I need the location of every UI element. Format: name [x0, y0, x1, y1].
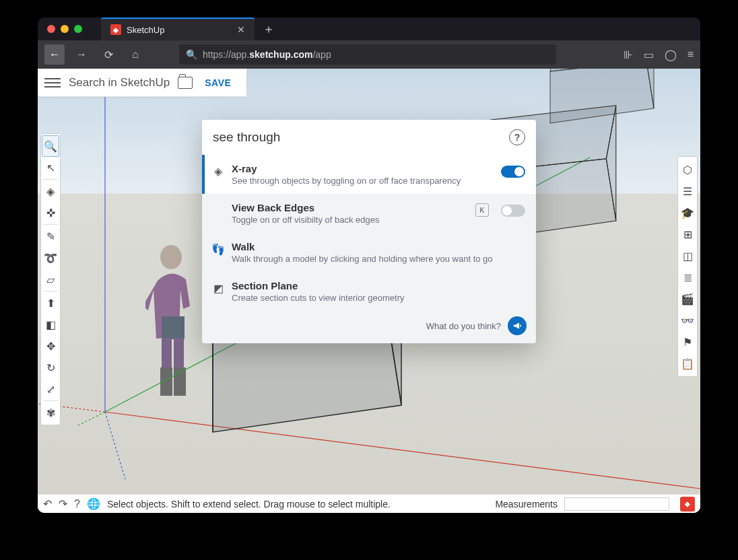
search-result-walk[interactable]: 👣 Walk Walk through a model by clicking …	[202, 233, 536, 272]
url-bar[interactable]: 🔍 https://app.sketchup.com/app	[179, 44, 556, 65]
panel-warn-button[interactable]: ⚑	[679, 333, 696, 351]
scale-tool-button[interactable]: ⤢	[42, 378, 59, 400]
result-title: Walk	[232, 241, 525, 252]
browser-toolbar: ← → ⟳ ⌂ 🔍 https://app.sketchup.com/app ⊪…	[38, 40, 700, 69]
menu-icon[interactable]: ≡	[687, 48, 694, 61]
folder-icon[interactable]	[178, 77, 193, 89]
home-button[interactable]: ⌂	[125, 44, 145, 65]
xray-toggle[interactable]	[501, 166, 525, 178]
arc-tool-button[interactable]: ➰	[42, 247, 59, 269]
svg-rect-24	[162, 338, 172, 370]
result-desc: Create section cuts to view interior geo…	[232, 293, 525, 303]
reload-button[interactable]: ⟳	[98, 44, 119, 65]
search-icon: 🔍	[186, 49, 197, 60]
panel-components-button[interactable]: ⊞	[679, 225, 696, 243]
new-tab-button[interactable]: ＋	[263, 21, 275, 37]
save-button[interactable]: SAVE	[205, 77, 231, 88]
section-icon: ◩	[211, 281, 225, 295]
eraser-tool-button[interactable]: ◈	[42, 180, 59, 202]
offset-tool-button[interactable]: ◧	[42, 314, 59, 335]
move-tool-button[interactable]: ✥	[42, 335, 59, 357]
status-hint: Select objects. Shift to extend select. …	[107, 499, 391, 510]
library-icon[interactable]: ⊪	[624, 48, 633, 61]
search-tool-button[interactable]: 🔍	[42, 135, 59, 157]
search-popup: ? ◈ X-ray See through objects by togglin…	[202, 120, 536, 343]
svg-point-22	[160, 245, 182, 269]
status-bar: ↶ ↷ ? 🌐 Select objects. Shift to extend …	[38, 494, 700, 513]
minimize-window-button[interactable]	[61, 25, 69, 33]
app-toolbar: Search in SketchUp SAVE	[38, 69, 246, 97]
result-title: Section Plane	[232, 280, 525, 291]
result-title: View Back Edges	[232, 202, 469, 213]
feedback-label: What do you think?	[426, 321, 501, 331]
search-result-section-plane[interactable]: ◩ Section Plane Create section cuts to v…	[202, 272, 536, 311]
panel-instructor-button[interactable]: 🎓	[679, 204, 696, 221]
forward-button[interactable]: →	[71, 44, 92, 65]
pushpull-tool-button[interactable]: ⬆	[42, 292, 59, 314]
search-result-xray[interactable]: ◈ X-ray See through objects by toggling …	[202, 155, 536, 194]
help-button[interactable]: ?	[509, 129, 525, 145]
rotate-tool-button[interactable]: ↻	[42, 357, 59, 378]
redo-button[interactable]: ↷	[59, 497, 67, 510]
panel-materials-button[interactable]: ◫	[679, 247, 696, 265]
menu-button[interactable]	[44, 78, 61, 88]
browser-tab[interactable]: ◆ SketchUp ✕	[101, 18, 255, 40]
back-edges-toggle[interactable]	[501, 205, 525, 217]
search-result-back-edges[interactable]: View Back Edges Toggle on or off visibil…	[202, 194, 536, 233]
measurements-label: Measurements	[495, 499, 558, 510]
panel-model-button[interactable]: ⬡	[679, 161, 696, 178]
search-input[interactable]	[213, 130, 509, 145]
select-tool-button[interactable]: ↖	[42, 157, 59, 178]
reader-icon[interactable]: ▭	[644, 48, 654, 61]
sketchup-favicon-icon: ◆	[110, 24, 121, 35]
sketchup-app: Search in SketchUp SAVE 🔍 ↖ ◈ ✜ ✎ ➰ ▱ ⬆ …	[38, 69, 700, 513]
shortcut-key: K	[475, 203, 489, 217]
measurements-input[interactable]	[564, 497, 669, 511]
svg-rect-23	[162, 316, 184, 339]
scale-figure-icon	[145, 244, 206, 412]
undo-button[interactable]: ↶	[43, 497, 52, 510]
right-toolbar: ⬡ ☰ 🎓 ⊞ ◫ ≣ 🎬 👓 ⚑ 📋	[677, 156, 698, 377]
svg-rect-26	[160, 368, 172, 396]
tab-title: SketchUp	[127, 25, 164, 35]
maximize-window-button[interactable]	[74, 25, 82, 33]
shape-tool-button[interactable]: ▱	[42, 269, 59, 290]
help-icon[interactable]: ?	[74, 498, 80, 510]
feedback-button[interactable]	[508, 316, 527, 335]
svg-rect-25	[174, 338, 184, 370]
sketchup-logo-icon[interactable]: ◆	[680, 497, 695, 512]
panel-layers-button[interactable]: ☰	[679, 182, 696, 200]
cube-icon: ◈	[211, 164, 225, 178]
tape-tool-button[interactable]: ✾	[42, 402, 59, 423]
account-icon[interactable]: ◯	[665, 48, 677, 61]
panel-clipboard-button[interactable]: 📋	[679, 355, 696, 372]
back-button[interactable]: ←	[44, 44, 65, 65]
footsteps-icon: 👣	[211, 242, 225, 256]
window-controls	[38, 25, 82, 33]
close-tab-button[interactable]: ✕	[237, 24, 245, 35]
search-label[interactable]: Search in SketchUp	[69, 76, 170, 90]
result-desc: See through objects by toggling on or of…	[232, 176, 494, 186]
language-icon[interactable]: 🌐	[87, 497, 100, 510]
result-title: X-ray	[232, 163, 494, 174]
result-desc: Toggle on or off visibilty of back edges	[232, 215, 469, 225]
line-tool-button[interactable]: ✎	[42, 225, 59, 247]
svg-rect-27	[174, 368, 186, 396]
left-toolbar: 🔍 ↖ ◈ ✜ ✎ ➰ ▱ ⬆ ◧ ✥ ↻ ⤢ ✾	[40, 133, 61, 425]
megaphone-icon	[512, 321, 522, 330]
panel-scenes-button[interactable]: 🎬	[679, 290, 696, 308]
url-text: https://app.sketchup.com/app	[203, 49, 331, 60]
browser-titlebar: ◆ SketchUp ✕ ＋	[38, 18, 700, 40]
paint-tool-button[interactable]: ✜	[42, 202, 59, 223]
panel-display-button[interactable]: 👓	[679, 312, 696, 329]
close-window-button[interactable]	[47, 25, 55, 33]
spacer-icon	[211, 203, 225, 217]
panel-styles-button[interactable]: ≣	[679, 269, 696, 286]
result-desc: Walk through a model by clicking and hol…	[232, 254, 525, 264]
